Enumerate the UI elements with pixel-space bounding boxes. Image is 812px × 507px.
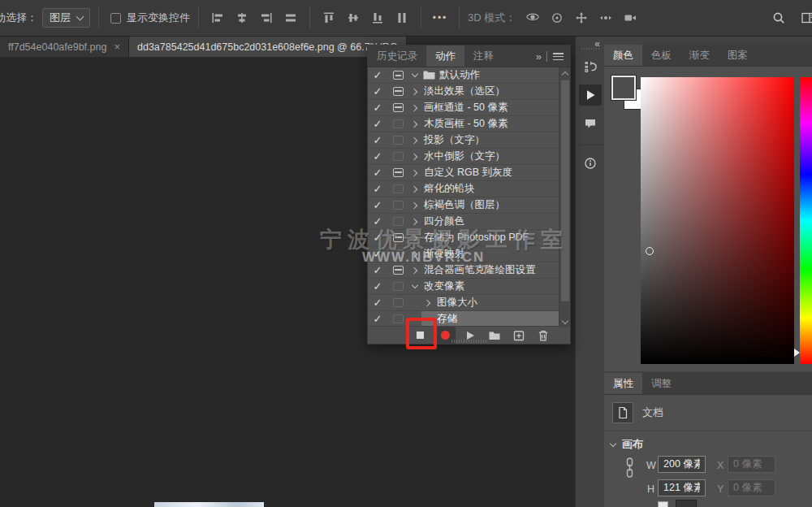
chevron-right-icon[interactable]: [408, 252, 421, 257]
modal-dialog-toggle[interactable]: [387, 298, 408, 307]
action-item[interactable]: 淡出效果（选区）: [408, 84, 560, 99]
item-check-toggle[interactable]: ✓: [368, 313, 387, 325]
modal-dialog-toggle[interactable]: [387, 119, 408, 128]
item-check-toggle[interactable]: ✓: [368, 118, 387, 130]
modal-dialog-toggle[interactable]: [387, 168, 408, 177]
action-row-2[interactable]: ✓淡出效果（选区）: [368, 84, 560, 100]
item-check-toggle[interactable]: ✓: [368, 264, 387, 276]
action-item[interactable]: 改变像素: [408, 279, 560, 294]
action-row-16[interactable]: ✓存储: [368, 311, 560, 327]
search-icon[interactable]: [768, 9, 789, 27]
modal-dialog-toggle[interactable]: [387, 71, 408, 80]
chevron-right-icon[interactable]: [408, 203, 421, 208]
chevron-right-icon[interactable]: [408, 122, 421, 127]
chevron-down-icon[interactable]: [408, 74, 421, 76]
modal-dialog-toggle[interactable]: [387, 184, 408, 193]
modal-dialog-toggle[interactable]: [387, 136, 408, 145]
modal-dialog-toggle[interactable]: [387, 217, 408, 226]
action-item[interactable]: 混合器画笔克隆绘图设置: [408, 262, 560, 278]
action-item[interactable]: 默认动作: [408, 67, 560, 83]
actions-panel-tab-1[interactable]: 历史记录: [368, 46, 426, 67]
modal-dialog-toggle[interactable]: [387, 201, 408, 210]
actions-panel-tab-3[interactable]: 注释: [464, 46, 503, 67]
modal-dialog-toggle[interactable]: [387, 103, 408, 112]
action-row-10[interactable]: ✓四分颜色: [368, 214, 560, 230]
align-left-edges-icon[interactable]: [207, 9, 228, 27]
hue-slider-handle[interactable]: [794, 349, 800, 357]
action-item[interactable]: 存储为 Photoshop PDF: [408, 230, 560, 245]
new-action-button[interactable]: [509, 327, 529, 344]
align-bottom-edges-icon[interactable]: [367, 9, 388, 27]
item-check-toggle[interactable]: ✓: [368, 134, 387, 146]
chevron-right-icon[interactable]: [408, 171, 421, 176]
item-check-toggle[interactable]: ✓: [368, 248, 387, 260]
scrollbar-thumb[interactable]: [561, 80, 569, 301]
action-row-3[interactable]: ✓画框通道 - 50 像素: [368, 100, 560, 116]
action-row-12[interactable]: ✓渐变映射: [368, 246, 560, 262]
item-check-toggle[interactable]: ✓: [368, 69, 387, 81]
item-check-toggle[interactable]: ✓: [368, 102, 387, 114]
action-row-8[interactable]: ✓熔化的铅块: [368, 181, 560, 197]
modal-dialog-toggle[interactable]: [387, 249, 408, 258]
partial-checkbox[interactable]: [658, 501, 668, 507]
panel-menu-icon[interactable]: [553, 53, 564, 60]
align-top-edges-icon[interactable]: [318, 9, 339, 27]
item-check-toggle[interactable]: ✓: [368, 280, 387, 292]
document-tab-1[interactable]: ff7d54e040afe9bf.png×: [0, 37, 129, 57]
item-check-toggle[interactable]: ✓: [368, 85, 387, 98]
more-align-options-button[interactable]: •••: [430, 9, 451, 27]
actions-panel-tab-2[interactable]: 动作: [426, 46, 464, 67]
actions-scrollbar[interactable]: [559, 67, 570, 327]
chevron-down-icon[interactable]: [408, 285, 421, 288]
action-item[interactable]: 四分颜色: [408, 214, 560, 229]
item-check-toggle[interactable]: ✓: [368, 150, 387, 162]
distribute-widths-icon[interactable]: [280, 9, 301, 27]
selected-action-item[interactable]: 存储: [421, 311, 560, 327]
action-row-5[interactable]: ✓投影（文字）: [368, 132, 560, 149]
action-item[interactable]: 熔化的铅块: [408, 181, 560, 197]
hue-slider[interactable]: [800, 77, 812, 364]
item-check-toggle[interactable]: ✓: [368, 199, 387, 211]
saturation-brightness-field[interactable]: [641, 77, 794, 364]
action-item[interactable]: 投影（文字）: [408, 132, 560, 148]
chevron-right-icon[interactable]: [408, 138, 421, 143]
chevron-right-icon[interactable]: [408, 106, 421, 110]
3d-pan-icon[interactable]: [571, 9, 592, 27]
scroll-up-icon[interactable]: [559, 67, 571, 79]
3d-camera-icon[interactable]: [620, 9, 641, 27]
item-check-toggle[interactable]: ✓: [368, 167, 387, 179]
chevron-right-icon[interactable]: [408, 236, 421, 240]
modal-dialog-toggle[interactable]: [387, 233, 408, 242]
panel-resize-grip[interactable]: [451, 340, 487, 343]
action-item[interactable]: 渐变映射: [408, 246, 560, 262]
modal-dialog-toggle[interactable]: [387, 266, 408, 275]
chevron-right-icon[interactable]: [408, 154, 421, 159]
show-transform-controls-checkbox[interactable]: 显示变换控件: [110, 11, 190, 25]
item-check-toggle[interactable]: ✓: [368, 215, 387, 228]
chevron-right-icon[interactable]: [408, 187, 421, 192]
chevron-right-icon[interactable]: [421, 301, 434, 306]
modal-dialog-toggle[interactable]: [387, 152, 408, 161]
3d-orbit-icon[interactable]: [522, 9, 543, 27]
action-row-4[interactable]: ✓木质画框 - 50 像素: [368, 116, 560, 132]
action-row-11[interactable]: ✓存储为 Photoshop PDF: [368, 230, 560, 246]
color-cursor-icon[interactable]: [646, 247, 654, 255]
item-check-toggle[interactable]: ✓: [368, 183, 387, 195]
align-h-centers-icon[interactable]: [231, 9, 253, 27]
expand-panels-icon[interactable]: «: [594, 38, 600, 50]
item-check-toggle[interactable]: ✓: [368, 232, 387, 244]
action-item[interactable]: 自定义 RGB 到灰度: [408, 165, 560, 180]
action-item[interactable]: 木质画框 - 50 像素: [408, 116, 560, 132]
history-panel-button[interactable]: [579, 56, 602, 77]
actions-panel-play-button[interactable]: [579, 84, 602, 106]
canvas-section-header[interactable]: 画布: [611, 437, 643, 452]
action-item[interactable]: 图像大小: [421, 295, 560, 310]
action-row-13[interactable]: ✓混合器画笔克隆绘图设置: [368, 262, 560, 279]
action-item[interactable]: 棕褐色调（图层）: [408, 197, 560, 213]
info-panel-button[interactable]: [579, 153, 602, 174]
foreground-color-swatch[interactable]: [611, 76, 636, 100]
close-tab-icon[interactable]: ×: [114, 41, 120, 53]
chevron-right-icon[interactable]: [408, 268, 421, 273]
delete-button[interactable]: [533, 327, 553, 344]
action-row-9[interactable]: ✓棕褐色调（图层）: [368, 197, 560, 214]
